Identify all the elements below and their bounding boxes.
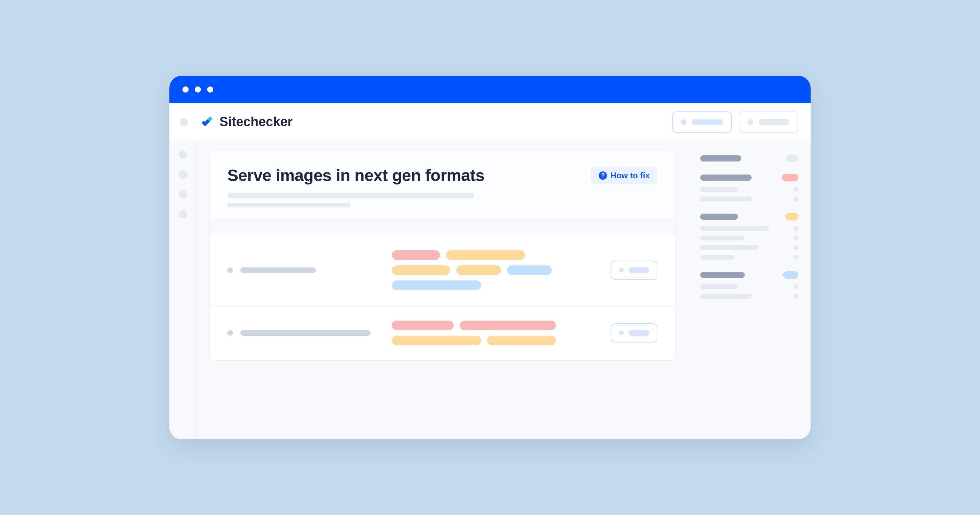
page-title: Serve images in next gen formats <box>228 166 485 185</box>
window-control-minimize[interactable] <box>195 86 201 92</box>
header-action-secondary[interactable] <box>738 111 798 133</box>
tag[interactable] <box>392 280 481 290</box>
tag[interactable] <box>392 336 481 345</box>
tag[interactable] <box>507 265 552 275</box>
sidebar-nav <box>169 141 197 439</box>
row-tags <box>392 321 584 345</box>
summary-item[interactable] <box>700 235 798 240</box>
count-badge <box>785 213 798 221</box>
summary-group <box>700 271 798 299</box>
issue-card: Serve images in next gen formats ? How t… <box>209 151 676 361</box>
sidebar-item[interactable] <box>179 190 187 199</box>
url-placeholder <box>240 267 316 273</box>
row-action-button[interactable] <box>611 261 657 280</box>
group-title-placeholder <box>700 175 752 181</box>
window-titlebar <box>169 76 811 103</box>
placeholder-text <box>628 330 649 336</box>
app-body: Serve images in next gen formats ? How t… <box>169 141 811 439</box>
tag[interactable] <box>446 250 525 260</box>
card-filter-bar <box>210 219 675 235</box>
summary-item[interactable] <box>700 294 798 299</box>
sidebar-item[interactable] <box>179 151 187 159</box>
main-content: Serve images in next gen formats ? How t… <box>197 141 690 439</box>
row-url-cell[interactable] <box>228 267 378 273</box>
placeholder-text <box>692 119 723 125</box>
tag[interactable] <box>460 321 556 330</box>
group-title-placeholder <box>700 272 745 278</box>
placeholder-icon <box>619 268 624 273</box>
summary-item[interactable] <box>700 255 798 259</box>
menu-toggle-icon[interactable] <box>180 118 188 126</box>
count-badge <box>783 271 798 279</box>
row-action-button[interactable] <box>611 323 657 343</box>
url-placeholder <box>240 330 371 336</box>
summary-sidebar <box>690 141 811 439</box>
placeholder-icon <box>619 331 624 335</box>
row-tags <box>392 250 584 290</box>
description-placeholder <box>228 193 657 207</box>
placeholder-icon <box>681 119 686 125</box>
help-icon: ? <box>599 172 607 180</box>
window-control-maximize[interactable] <box>207 86 213 92</box>
summary-item[interactable] <box>700 187 798 192</box>
tag[interactable] <box>487 336 556 345</box>
browser-window: Sitechecker Serve images in next gen for… <box>169 76 811 439</box>
window-control-close[interactable] <box>183 86 189 92</box>
summary-item[interactable] <box>700 284 798 289</box>
summary-item[interactable] <box>700 197 798 201</box>
row-url-cell[interactable] <box>228 330 378 336</box>
tag[interactable] <box>392 250 440 260</box>
app-header: Sitechecker <box>169 103 811 141</box>
how-to-fix-button[interactable]: ? How to fix <box>591 167 657 184</box>
group-title-placeholder <box>700 155 741 162</box>
brand-logo[interactable]: Sitechecker <box>200 114 293 130</box>
summary-item[interactable] <box>700 226 798 231</box>
table-row <box>210 235 675 305</box>
placeholder-text <box>628 267 649 273</box>
count-badge <box>782 174 798 181</box>
count-badge <box>787 155 798 162</box>
summary-group <box>700 155 798 162</box>
tag[interactable] <box>392 265 450 275</box>
summary-item[interactable] <box>700 245 798 250</box>
header-action-primary[interactable] <box>672 111 732 133</box>
status-icon <box>228 267 233 273</box>
summary-group <box>700 174 798 201</box>
table-row <box>210 305 675 360</box>
card-header: Serve images in next gen formats ? How t… <box>210 151 675 219</box>
status-icon <box>228 330 233 336</box>
sidebar-item[interactable] <box>179 210 187 218</box>
placeholder-icon <box>748 119 753 125</box>
brand-name: Sitechecker <box>220 114 293 129</box>
checkmark-icon <box>200 114 215 130</box>
how-to-fix-label: How to fix <box>610 171 650 180</box>
tag[interactable] <box>392 321 453 330</box>
tag[interactable] <box>457 265 501 275</box>
summary-group <box>700 213 798 259</box>
placeholder-text <box>759 119 789 125</box>
group-title-placeholder <box>700 214 738 220</box>
sidebar-item[interactable] <box>179 170 187 179</box>
